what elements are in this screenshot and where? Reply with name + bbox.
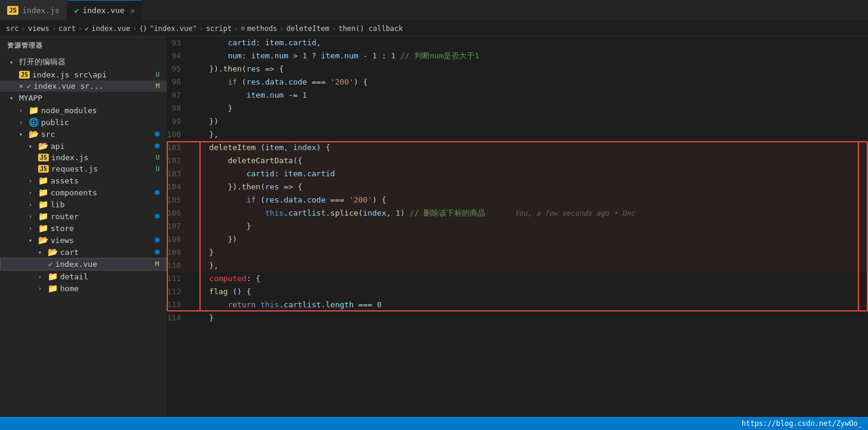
js-icon: JS xyxy=(38,165,49,173)
sidebar-item-views[interactable]: ▾ 📂 views xyxy=(0,234,167,246)
line-number: 107 xyxy=(167,220,191,233)
line-content: computed: { xyxy=(191,272,868,285)
line-content: }) xyxy=(191,115,868,128)
code-line-114: 114 } xyxy=(167,311,868,325)
line-number: 109 xyxy=(167,246,191,259)
tab-label: index.vue xyxy=(83,6,124,15)
line-number: 94 xyxy=(167,49,191,63)
sidebar-item-router[interactable]: › 📁 router xyxy=(0,210,167,222)
breadcrumb-script[interactable]: script xyxy=(206,24,232,33)
sidebar-item-api[interactable]: ▾ 📂 api xyxy=(0,140,167,152)
breadcrumb-callback[interactable]: then() callback xyxy=(338,24,402,33)
line-number: 101 xyxy=(167,141,191,154)
breadcrumb-deleteItem[interactable]: deleteItem xyxy=(286,24,329,33)
folder-label: node_modules xyxy=(41,106,97,115)
sidebar-item-index-js[interactable]: JS index.js src\api U xyxy=(0,69,167,80)
code-line-95: 95 }).then(res => { xyxy=(167,63,868,76)
tab-close-button[interactable]: ✕ xyxy=(130,7,135,15)
code-line-104: 104 }).then(res => { xyxy=(167,180,868,194)
folder-label: router xyxy=(51,212,79,221)
code-line-109: 109 } xyxy=(167,246,868,259)
line-number: 103 xyxy=(167,167,191,180)
sidebar-item-detail[interactable]: › 📁 detail xyxy=(0,270,167,282)
line-content: flag () { xyxy=(191,285,868,298)
line-number: 114 xyxy=(167,311,191,325)
close-icon[interactable]: ✕ xyxy=(19,82,23,90)
breadcrumb-method-icon: ⚙ xyxy=(241,24,245,32)
sidebar-item-components[interactable]: › 📁 components xyxy=(0,186,167,198)
folder-icon: 📁 xyxy=(38,188,48,197)
line-number: 105 xyxy=(167,194,191,207)
chevron-right-icon: › xyxy=(19,119,26,126)
bottom-url: https://blog.csdn.net/ZywOo_ xyxy=(742,419,862,428)
opened-editors-label: 打开的编辑器 xyxy=(19,57,65,67)
code-line-105: 105 if (res.data.code === '200') { xyxy=(167,194,868,207)
breadcrumb-sep8: › xyxy=(332,24,336,33)
chevron-right-icon: › xyxy=(38,273,45,280)
badge-u: U xyxy=(155,154,160,161)
line-content: cartid: item.cartid, xyxy=(191,36,868,49)
sidebar-item-src[interactable]: ▾ 📂 src xyxy=(0,128,167,140)
line-content: if (res.data.code === '200') { xyxy=(191,76,868,89)
code-line-98: 98 } xyxy=(167,102,868,115)
sidebar-item-api-index-js[interactable]: JS index.js U xyxy=(0,152,167,163)
folder-label: store xyxy=(51,224,74,233)
sidebar-item-store[interactable]: › 📁 store xyxy=(0,222,167,234)
line-content: } xyxy=(191,102,868,115)
breadcrumb-cart[interactable]: cart xyxy=(58,24,76,33)
sidebar-item-node-modules[interactable]: › 📁 node_modules xyxy=(0,104,167,116)
code-line-107: 107 } xyxy=(167,220,868,233)
breadcrumb: src › views › cart › ✔ index.vue › {} "i… xyxy=(0,21,868,36)
breadcrumb-views[interactable]: views xyxy=(28,24,49,33)
chevron-right-icon: › xyxy=(19,107,26,114)
file-label: index.vue xyxy=(55,260,97,269)
breadcrumb-src[interactable]: src xyxy=(6,24,19,33)
breadcrumb-quoted[interactable]: "index.vue" xyxy=(149,24,196,33)
folder-icon: 📂 xyxy=(29,129,39,139)
tab-index-vue[interactable]: ✔ index.vue ✕ xyxy=(67,0,143,20)
opened-editors-section[interactable]: ▾ 打开的编辑器 xyxy=(0,55,167,69)
code-line-101: 101 deleteItem (item, index) { xyxy=(167,141,868,154)
sidebar-item-cart[interactable]: ▾ 📂 cart xyxy=(0,246,167,258)
chevron-down-icon6: ▾ xyxy=(38,249,45,255)
chevron-down-icon5: ▾ xyxy=(29,237,36,244)
breadcrumb-methods[interactable]: methods xyxy=(247,24,277,33)
sidebar-item-cart-index-vue[interactable]: ✔ index.vue M xyxy=(0,258,167,270)
chevron-right-icon: › xyxy=(29,189,36,196)
line-content: return this.cartlist.length === 0 xyxy=(191,298,868,311)
code-line-94: 94 num: item.num > 1 ? item.num - 1 : 1 … xyxy=(167,49,868,63)
code-line-99: 99 }) xyxy=(167,115,868,128)
code-line-106: 106 this.cartlist.splice(index, 1) // 删除… xyxy=(167,207,868,220)
file-label: index.js src\api xyxy=(32,70,107,79)
myapp-section[interactable]: ▾ MYAPP xyxy=(0,92,167,104)
line-number: 113 xyxy=(167,298,191,311)
breadcrumb-file[interactable]: index.vue xyxy=(92,24,130,33)
sidebar-item-lib[interactable]: › 📁 lib xyxy=(0,198,167,210)
tab-index-js[interactable]: JS index.js xyxy=(0,0,67,20)
folder-label: lib xyxy=(51,200,64,209)
sidebar-item-request-js[interactable]: JS request.js U xyxy=(0,163,167,175)
line-number: 108 xyxy=(167,233,191,246)
sidebar-item-public[interactable]: › 🌐 public xyxy=(0,116,167,128)
modified-dot xyxy=(155,144,160,148)
modified-badge-m: M xyxy=(155,82,160,90)
line-number: 93 xyxy=(167,36,191,49)
breadcrumb-sep5: › xyxy=(199,24,204,33)
sidebar-item-assets[interactable]: › 📁 assets xyxy=(0,175,167,186)
code-container[interactable]: 93 cartid: item.cartid, 94 num: item.num… xyxy=(167,36,868,417)
code-line-112: 112 flag () { xyxy=(167,285,868,298)
sidebar-item-home[interactable]: › 📁 home xyxy=(0,282,167,294)
vue-icon: ✔ xyxy=(74,6,79,15)
line-content: }) xyxy=(191,233,868,246)
line-content: item.num -= 1 xyxy=(191,89,868,102)
folder-icon: 📁 xyxy=(38,200,48,209)
tab-label: index.js xyxy=(22,6,60,15)
file-label: request.js xyxy=(51,164,98,173)
sidebar-item-index-vue[interactable]: ✕ ✔ index.vue sr... M xyxy=(0,80,167,92)
line-content: } xyxy=(191,311,868,325)
code-line-100: 100 }, xyxy=(167,128,868,141)
line-content: if (res.data.code === '200') { xyxy=(191,194,868,207)
chevron-down-icon: ▾ xyxy=(10,59,17,66)
line-content: } xyxy=(191,246,868,259)
folder-label: public xyxy=(41,118,69,127)
